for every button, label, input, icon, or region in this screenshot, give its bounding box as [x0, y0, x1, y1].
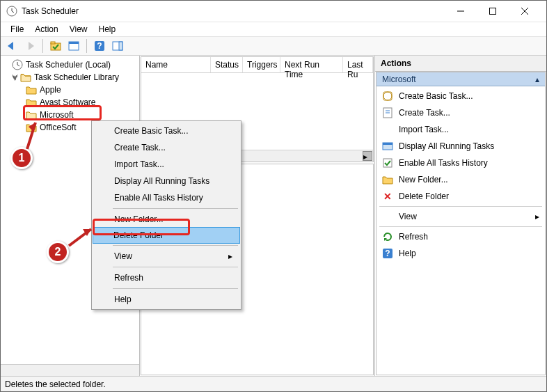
col-name[interactable]: Name	[141, 57, 211, 72]
action-enable-history[interactable]: Enable All Tasks History	[376, 155, 545, 171]
col-triggers[interactable]: Triggers	[243, 57, 280, 72]
menu-action[interactable]: Action	[29, 23, 63, 36]
close-button[interactable]	[509, 1, 541, 22]
action-delete-folder[interactable]: ✕Delete Folder	[376, 188, 545, 205]
actions-header: Actions	[375, 56, 546, 72]
toolbar: ?	[1, 36, 546, 56]
svg-rect-1	[490, 8, 496, 15]
folder-icon	[26, 122, 37, 133]
tree-library[interactable]: ⮟ Task Scheduler Library	[9, 71, 139, 84]
maximize-button[interactable]	[477, 1, 509, 22]
annotation-callout-1: 1	[10, 147, 33, 169]
ctx-enable-history[interactable]: Enable All Tasks History	[93, 189, 239, 206]
action-view[interactable]: View▸	[376, 208, 545, 225]
svg-rect-5	[69, 42, 79, 44]
task-icon	[382, 107, 393, 118]
svg-rect-3	[51, 42, 55, 44]
action-display-running[interactable]: Display All Running Tasks	[376, 138, 545, 155]
menu-view[interactable]: View	[64, 23, 93, 36]
forward-button[interactable]	[22, 38, 38, 54]
action-import-task[interactable]: Import Task...	[376, 121, 545, 138]
svg-text:?: ?	[97, 41, 102, 51]
ctx-create-basic[interactable]: Create Basic Task...	[93, 123, 239, 139]
svg-rect-9	[119, 42, 122, 50]
ctx-import-task[interactable]: Import Task...	[93, 156, 239, 173]
col-next[interactable]: Next Run Time	[280, 57, 343, 72]
ctx-delete-folder[interactable]: Delete Folder	[93, 227, 240, 244]
svg-rect-15	[383, 143, 393, 145]
menubar: File Action View Help	[1, 22, 546, 36]
list-header: Name Status Triggers Next Run Time Last …	[141, 57, 373, 73]
menu-file[interactable]: File	[5, 23, 29, 36]
col-status[interactable]: Status	[211, 57, 243, 72]
annotation-callout-2: 2	[47, 241, 69, 263]
titlebar: Task Scheduler	[1, 1, 546, 22]
toolbar-props-icon[interactable]	[65, 38, 82, 54]
status-text: Deletes the selected folder.	[5, 379, 106, 389]
folder-icon	[26, 84, 37, 95]
action-help[interactable]: ?Help	[376, 245, 545, 262]
folder-open-icon	[20, 72, 31, 83]
action-new-folder[interactable]: New Folder...	[376, 171, 545, 188]
svg-text:?: ?	[385, 249, 390, 258]
action-refresh[interactable]: Refresh	[376, 228, 545, 245]
tree-scrollbar[interactable]	[1, 364, 139, 376]
menu-help[interactable]: Help	[93, 23, 122, 36]
action-create-basic[interactable]: Create Basic Task...	[376, 88, 545, 104]
refresh-icon	[382, 231, 393, 242]
help-icon: ?	[382, 248, 393, 259]
running-icon	[382, 141, 393, 152]
toolbar-folder-icon[interactable]	[47, 38, 64, 54]
folder-icon	[26, 97, 37, 108]
clock-icon	[382, 91, 393, 102]
col-last[interactable]: Last Ru	[343, 57, 373, 72]
tree-item-microsoft[interactable]: Microsoft	[24, 109, 139, 121]
back-button[interactable]	[3, 38, 20, 54]
chevron-up-icon: ▴	[535, 75, 539, 84]
ctx-view[interactable]: View▸	[93, 248, 239, 265]
ctx-create-task[interactable]: Create Task...	[93, 139, 239, 156]
chevron-right-icon: ▸	[228, 251, 232, 261]
context-menu: Create Basic Task... Create Task... Impo…	[91, 120, 241, 310]
action-create-task[interactable]: Create Task...	[376, 104, 545, 121]
svg-rect-16	[383, 159, 392, 167]
folder-open-icon	[26, 109, 37, 120]
toolbar-pane-icon[interactable]	[109, 38, 126, 54]
svg-point-11	[383, 92, 392, 100]
actions-subheader[interactable]: Microsoft ▴	[376, 72, 545, 86]
clock-icon	[6, 6, 17, 17]
enable-icon	[382, 157, 393, 168]
tree-item-apple[interactable]: Apple	[24, 84, 139, 96]
window-title: Task Scheduler	[22, 6, 445, 16]
ctx-refresh[interactable]: Refresh	[93, 269, 239, 286]
toolbar-help-icon[interactable]: ?	[91, 38, 108, 54]
ctx-new-folder[interactable]: New Folder...	[93, 211, 239, 228]
minimize-button[interactable]	[445, 1, 477, 22]
delete-icon: ✕	[382, 191, 393, 202]
chevron-right-icon: ▸	[535, 212, 539, 221]
ctx-display-running[interactable]: Display All Running Tasks	[93, 173, 239, 189]
tree-root[interactable]: Task Scheduler (Local)	[1, 58, 139, 71]
actions-pane: Actions Microsoft ▴ Create Basic Task...…	[375, 56, 546, 376]
folder-icon	[382, 174, 393, 185]
statusbar: Deletes the selected folder.	[1, 376, 546, 391]
tree-item-avast[interactable]: Avast Software	[24, 96, 139, 109]
ctx-help[interactable]: Help	[93, 291, 239, 308]
clock-icon	[12, 59, 23, 70]
